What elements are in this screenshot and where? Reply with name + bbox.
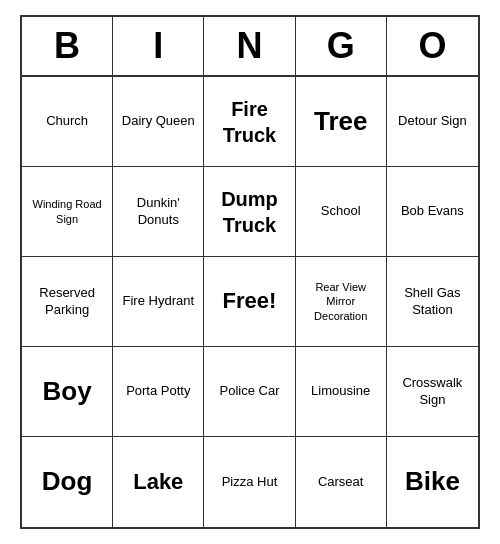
bingo-cell: Dog bbox=[22, 437, 113, 527]
bingo-cell: Fire Truck bbox=[204, 77, 295, 167]
bingo-cell: Limousine bbox=[296, 347, 387, 437]
bingo-cell: Carseat bbox=[296, 437, 387, 527]
bingo-cell: Crosswalk Sign bbox=[387, 347, 478, 437]
bingo-cell: Lake bbox=[113, 437, 204, 527]
header-letter: I bbox=[113, 17, 204, 75]
header-letter: N bbox=[204, 17, 295, 75]
bingo-cell: Free! bbox=[204, 257, 295, 347]
bingo-cell: Boy bbox=[22, 347, 113, 437]
bingo-cell: Dunkin' Donuts bbox=[113, 167, 204, 257]
bingo-cell: Tree bbox=[296, 77, 387, 167]
bingo-cell: School bbox=[296, 167, 387, 257]
bingo-header: BINGO bbox=[22, 17, 478, 77]
bingo-cell: Rear View Mirror Decoration bbox=[296, 257, 387, 347]
bingo-cell: Police Car bbox=[204, 347, 295, 437]
header-letter: B bbox=[22, 17, 113, 75]
header-letter: O bbox=[387, 17, 478, 75]
bingo-cell: Bike bbox=[387, 437, 478, 527]
bingo-cell: Pizza Hut bbox=[204, 437, 295, 527]
bingo-card: BINGO ChurchDairy QueenFire TruckTreeDet… bbox=[20, 15, 480, 529]
bingo-cell: Winding Road Sign bbox=[22, 167, 113, 257]
bingo-cell: Fire Hydrant bbox=[113, 257, 204, 347]
bingo-cell: Dairy Queen bbox=[113, 77, 204, 167]
bingo-cell: Detour Sign bbox=[387, 77, 478, 167]
bingo-cell: Church bbox=[22, 77, 113, 167]
bingo-cell: Reserved Parking bbox=[22, 257, 113, 347]
bingo-cell: Porta Potty bbox=[113, 347, 204, 437]
bingo-cell: Shell Gas Station bbox=[387, 257, 478, 347]
header-letter: G bbox=[296, 17, 387, 75]
bingo-cell: Dump Truck bbox=[204, 167, 295, 257]
bingo-cell: Bob Evans bbox=[387, 167, 478, 257]
bingo-grid: ChurchDairy QueenFire TruckTreeDetour Si… bbox=[22, 77, 478, 527]
